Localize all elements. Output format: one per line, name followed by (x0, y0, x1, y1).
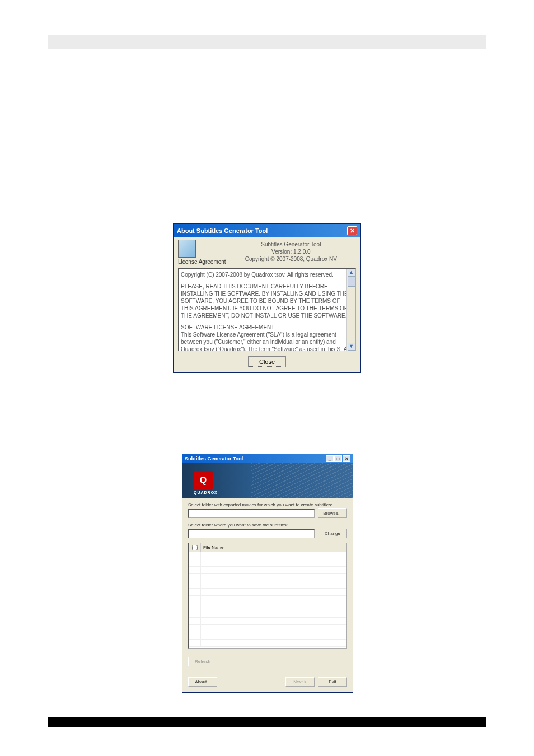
files-table: File Name (188, 543, 347, 649)
table-row (189, 567, 346, 574)
license-line-1: Copyright (C) 2007-2008 by Quadrox tsov.… (181, 271, 353, 278)
about-dialog: About Subtitles Generator Tool ✕ License… (173, 223, 361, 373)
scroll-thumb[interactable] (348, 277, 355, 287)
dest-folder-row: Change (188, 529, 347, 538)
table-row (189, 632, 346, 640)
tool-banner: Q QUADROX (182, 463, 353, 498)
table-row (189, 589, 346, 596)
quadrox-logo-icon: Q (194, 471, 213, 490)
table-row (189, 581, 346, 589)
close-icon[interactable]: ✕ (343, 455, 350, 462)
table-row (189, 596, 346, 603)
filename-column-header[interactable]: File Name (201, 543, 346, 552)
table-row (189, 625, 346, 632)
tool-titlebar: Subtitles Generator Tool _ □ ✕ (182, 454, 353, 463)
source-folder-label: Select folder with exported movies for w… (188, 502, 347, 507)
about-icon-block: License Agreement (178, 240, 226, 265)
about-app-info: Subtitles Generator Tool Version: 1.2.0.… (226, 240, 356, 263)
tool-title-text: Subtitles Generator Tool (185, 456, 243, 461)
browse-button[interactable]: Browse... (318, 508, 347, 518)
footer-right-buttons: Next > Exit (285, 677, 347, 687)
window-controls: _ □ ✕ (326, 455, 350, 462)
app-name: Subtitles Generator Tool (226, 241, 356, 248)
about-header-row: License Agreement Subtitles Generator To… (174, 237, 360, 266)
table-row (189, 618, 346, 625)
table-header: File Name (189, 543, 346, 552)
scroll-down-icon[interactable]: ▼ (348, 343, 355, 351)
scroll-up-icon[interactable]: ▲ (348, 269, 355, 277)
close-icon[interactable]: ✕ (347, 226, 357, 235)
close-button[interactable]: Close (249, 357, 285, 367)
brand-label: QUADROX (194, 491, 218, 494)
next-button[interactable]: Next > (285, 677, 315, 687)
select-all-checkbox-col (189, 543, 201, 552)
table-row (189, 552, 346, 559)
minimize-icon[interactable]: _ (326, 455, 334, 462)
dest-folder-label: Select folder where you want to save the… (188, 522, 347, 528)
about-button-row: Close (174, 353, 360, 372)
tool-footer-2: About... Next > Exit (182, 671, 353, 692)
source-folder-row: Browse... (188, 508, 347, 518)
about-title-text: About Subtitles Generator Tool (177, 227, 268, 234)
subtitles-tool-window: Subtitles Generator Tool _ □ ✕ Q QUADROX… (182, 454, 353, 693)
scrollbar[interactable]: ▲ ▼ (346, 269, 355, 351)
app-copyright: Copyright © 2007-2008, Quadrox NV (226, 255, 356, 263)
dest-folder-input[interactable] (188, 529, 315, 538)
app-version: Version: 1.2.0.0 (226, 248, 356, 255)
about-button[interactable]: About... (188, 677, 217, 687)
table-row (189, 559, 346, 567)
tool-body: Select folder with exported movies for w… (182, 498, 353, 652)
banner-decoration (251, 463, 353, 498)
table-row (189, 603, 346, 610)
table-row (189, 610, 346, 618)
exit-button[interactable]: Exit (318, 677, 347, 687)
about-titlebar: About Subtitles Generator Tool ✕ (174, 224, 360, 237)
page-header-band (48, 35, 486, 49)
table-rows (189, 552, 346, 647)
license-line-2: PLEASE, READ THIS DOCUMENT CAREFULLY BEF… (181, 283, 353, 319)
table-row (189, 574, 346, 581)
change-button[interactable]: Change (318, 529, 347, 538)
table-row (189, 640, 346, 647)
maximize-icon[interactable]: □ (334, 455, 342, 462)
license-textarea[interactable]: Copyright (C) 2007-2008 by Quadrox tsov.… (178, 268, 356, 351)
page-footer-band (48, 717, 486, 727)
select-all-checkbox[interactable] (192, 545, 198, 550)
license-agreement-label: License Agreement (178, 259, 226, 265)
app-icon (178, 240, 196, 258)
license-line-3: SOFTWARE LICENSE AGREEMENT This Software… (181, 324, 353, 351)
refresh-button[interactable]: Refresh (188, 657, 217, 666)
source-folder-input[interactable] (188, 509, 315, 518)
tool-footer-1: Refresh (182, 652, 353, 669)
